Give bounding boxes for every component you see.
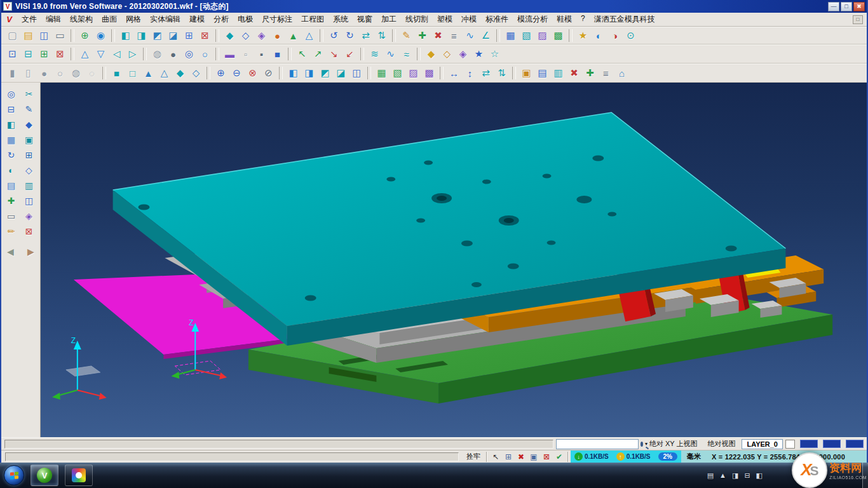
tool-icon[interactable]: ⇅ [374, 28, 390, 43]
tool-icon[interactable]: ◈ [455, 46, 471, 62]
tool-icon[interactable]: ◧ [118, 28, 133, 43]
menu-item[interactable]: 潇洒五金模具科技 [590, 13, 660, 26]
tool-icon[interactable]: ⊙ [623, 28, 639, 43]
tool-icon[interactable]: ↗ [310, 46, 326, 62]
tool-icon[interactable]: ▩ [421, 65, 437, 81]
tool-icon[interactable]: ∠ [478, 28, 494, 43]
primitive-icon[interactable]: ○ [52, 65, 68, 81]
shade-icon[interactable]: ◧ [4, 118, 19, 132]
tool-icon[interactable]: ○ [197, 46, 213, 62]
tool-icon[interactable]: ▧ [519, 28, 534, 43]
confirm-icon[interactable]: ✔ [553, 452, 566, 461]
tool-icon[interactable]: ◆ [423, 46, 439, 62]
solid-icon[interactable]: ◆ [22, 118, 37, 132]
tool-icon[interactable]: ✖ [566, 65, 582, 81]
tool-icon[interactable]: ∿ [383, 46, 398, 62]
primitive-icon[interactable]: ● [36, 65, 52, 81]
start-button[interactable] [4, 465, 24, 485]
tool-icon[interactable]: ▦ [503, 28, 519, 43]
tool-icon[interactable]: ▥ [550, 65, 566, 81]
tool-icon[interactable]: ▪ [254, 46, 269, 62]
tool-icon[interactable]: ◪ [165, 28, 181, 43]
tool-icon[interactable]: ● [269, 28, 285, 43]
tool-icon[interactable]: ◨ [133, 28, 149, 43]
primitive-icon[interactable]: ◌ [84, 65, 100, 81]
menu-item[interactable]: 鞋模 [552, 13, 576, 26]
tool-icon[interactable]: ◩ [317, 65, 333, 81]
open-file-icon[interactable]: ▤ [20, 28, 36, 43]
tool-icon[interactable]: ▷ [125, 46, 140, 62]
tool-icon[interactable]: ◍ [149, 46, 165, 62]
select-box-icon[interactable]: ▣ [527, 452, 540, 461]
workplanes-icon[interactable]: ▥ [22, 179, 37, 193]
tool-icon[interactable]: ≈ [398, 46, 414, 62]
lock-toggle[interactable]: 拴牢 [463, 452, 484, 461]
menu-item[interactable]: 线架构 [65, 13, 97, 26]
tool-icon[interactable]: ⊘ [261, 65, 276, 81]
sketch-icon[interactable]: ✎ [22, 102, 37, 116]
primitive-icon[interactable]: ▯ [20, 65, 36, 81]
pan-icon[interactable]: ⊞ [22, 148, 37, 162]
redo-icon[interactable]: ↻ [342, 28, 358, 43]
menu-item[interactable]: 冲模 [457, 13, 481, 26]
tool-icon[interactable]: ✎ [398, 28, 414, 43]
tool-icon[interactable]: ⊞ [181, 28, 197, 43]
tool-icon[interactable]: ◈ [254, 28, 269, 43]
split-view-icon[interactable]: ◫ [22, 194, 37, 208]
delete-icon[interactable]: ⊠ [22, 224, 37, 238]
layers-icon[interactable]: ▤ [4, 179, 19, 193]
menu-item[interactable]: 尺寸标注 [257, 13, 297, 26]
menu-item[interactable]: 分析 [209, 13, 233, 26]
zoom-icon[interactable]: ◎ [4, 87, 19, 101]
frame-icon[interactable]: ▣ [22, 133, 37, 147]
tool-icon[interactable]: ◁ [109, 46, 125, 62]
network-icon[interactable]: ⊟ [744, 471, 750, 480]
menu-item[interactable]: 建模 [185, 13, 209, 26]
tool-icon[interactable]: ⊗ [245, 65, 261, 81]
units-indicator[interactable]: 毫米 [681, 451, 707, 463]
tool-icon[interactable]: ↘ [326, 46, 342, 62]
tool-icon[interactable]: □ [125, 65, 140, 81]
menu-item[interactable]: ? [576, 13, 590, 26]
primitive-icon[interactable]: ◍ [68, 65, 84, 81]
tool-icon[interactable]: ⊠ [52, 46, 68, 62]
tool-icon[interactable]: ↙ [342, 46, 358, 62]
tool-icon[interactable]: ◨ [301, 65, 317, 81]
view-selector[interactable]: ▾ 绝对 XY 上视图 [641, 438, 702, 449]
tool-icon[interactable]: ⌂ [614, 65, 630, 81]
tool-icon[interactable]: ◇ [238, 28, 254, 43]
tool-icon[interactable]: ◆ [172, 65, 188, 81]
delete-mode-icon[interactable]: ✖ [515, 452, 527, 461]
tool-icon[interactable]: ◐ [591, 28, 607, 43]
tool-icon[interactable]: ◆ [222, 28, 238, 43]
3d-viewport[interactable]: Z Z [41, 83, 867, 437]
tool-icon[interactable]: ⊠ [197, 28, 213, 43]
tool-icon[interactable]: ◫ [349, 65, 365, 81]
menu-item[interactable]: 编辑 [41, 13, 65, 26]
tool-icon[interactable]: ▩ [550, 28, 566, 43]
tool-icon[interactable]: ⊕ [77, 28, 93, 43]
menu-item[interactable]: 标准件 [481, 13, 513, 26]
docked-window-button[interactable] [846, 440, 864, 448]
menu-item[interactable]: 加工 [377, 13, 401, 26]
menu-item[interactable]: 视窗 [353, 13, 377, 26]
tool-icon[interactable]: ∿ [462, 28, 478, 43]
tool-icon[interactable]: ✚ [414, 28, 430, 43]
tool-icon[interactable]: ★ [575, 28, 591, 43]
material-icon[interactable]: ◈ [22, 209, 37, 223]
reject-icon[interactable]: ⊠ [540, 452, 553, 461]
tool-icon[interactable]: ■ [109, 65, 125, 81]
tool-icon[interactable]: ◩ [149, 28, 165, 43]
tool-icon[interactable]: ✚ [582, 65, 598, 81]
volume-icon[interactable]: ◧ [756, 471, 763, 480]
annotate-icon[interactable]: ✏ [4, 224, 19, 238]
cursor-mode-icon[interactable]: ↖ [489, 452, 502, 461]
search-icon[interactable] [641, 442, 643, 447]
docked-window-button[interactable] [823, 440, 841, 448]
tool-icon[interactable]: △ [301, 28, 317, 43]
tool-icon[interactable]: ↖ [294, 46, 310, 62]
print-icon[interactable]: ▭ [52, 28, 68, 43]
tool-icon[interactable]: ↕ [462, 65, 478, 81]
tool-icon[interactable]: ◑ [607, 28, 623, 43]
save-file-icon[interactable]: ◫ [36, 28, 52, 43]
